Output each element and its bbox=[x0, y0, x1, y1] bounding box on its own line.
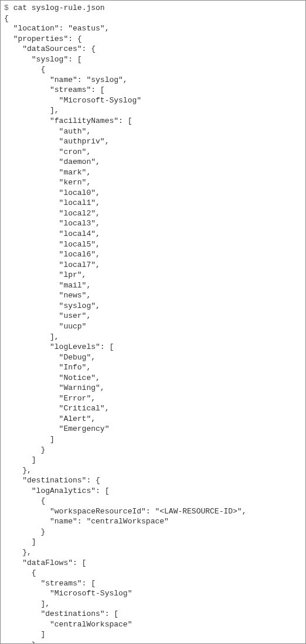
json-line: "name": "syslog", bbox=[4, 75, 302, 85]
json-line: "Alert", bbox=[4, 414, 302, 424]
json-line: "Microsoft-Syslog" bbox=[4, 588, 302, 599]
json-line: { bbox=[4, 64, 302, 75]
json-line: "Critical", bbox=[4, 403, 302, 414]
json-line: "mail", bbox=[4, 280, 302, 291]
json-line: "kern", bbox=[4, 177, 302, 188]
json-line: "streams": [ bbox=[4, 578, 302, 589]
json-line: "local7", bbox=[4, 260, 302, 270]
json-line: "Error", bbox=[4, 393, 302, 404]
json-line: "local5", bbox=[4, 239, 302, 250]
json-line: "logLevels": [ bbox=[4, 342, 302, 352]
json-line: ] bbox=[4, 434, 302, 445]
json-line: "local4", bbox=[4, 229, 302, 239]
json-line: "local3", bbox=[4, 218, 302, 229]
json-line: "user", bbox=[4, 311, 302, 321]
json-line: "lpr", bbox=[4, 270, 302, 280]
json-line: "destinations": [ bbox=[4, 609, 302, 619]
json-line: "local0", bbox=[4, 188, 302, 198]
json-line: "Info", bbox=[4, 362, 302, 373]
json-line: "workspaceResourceId": "<LAW-RESOURCE-ID… bbox=[4, 506, 302, 517]
json-line: "centralWorkspace" bbox=[4, 619, 302, 630]
json-line: "cron", bbox=[4, 147, 302, 157]
json-line: { bbox=[4, 568, 302, 578]
json-line: } bbox=[4, 640, 302, 644]
json-line: }, bbox=[4, 547, 302, 558]
json-line: { bbox=[4, 13, 302, 24]
json-line: } bbox=[4, 445, 302, 455]
json-line: } bbox=[4, 527, 302, 537]
json-line: ] bbox=[4, 537, 302, 547]
json-line: ], bbox=[4, 105, 302, 116]
command-line: $ cat syslog-rule.json bbox=[4, 3, 302, 13]
json-line: "properties": { bbox=[4, 34, 302, 44]
json-line: "Emergency" bbox=[4, 424, 302, 434]
json-line: "news", bbox=[4, 290, 302, 301]
json-line: "syslog", bbox=[4, 301, 302, 311]
json-line: { bbox=[4, 496, 302, 506]
json-line: "name": "centralWorkspace" bbox=[4, 516, 302, 527]
json-line: "daemon", bbox=[4, 157, 302, 167]
json-line: "Microsoft-Syslog" bbox=[4, 95, 302, 106]
json-line: "authpriv", bbox=[4, 136, 302, 147]
json-file-output: { "location": "eastus", "properties": { … bbox=[4, 13, 302, 644]
json-line: "Notice", bbox=[4, 373, 302, 383]
json-line: "facilityNames": [ bbox=[4, 116, 302, 126]
json-line: ], bbox=[4, 332, 302, 342]
json-line: "local6", bbox=[4, 249, 302, 260]
json-line: "uucp" bbox=[4, 321, 302, 332]
json-line: }, bbox=[4, 465, 302, 476]
terminal-output-box: $ cat syslog-rule.json { "location": "ea… bbox=[0, 0, 306, 644]
json-line: "destinations": { bbox=[4, 475, 302, 486]
json-line: "syslog": [ bbox=[4, 54, 302, 65]
json-line: "dataSources": { bbox=[4, 44, 302, 54]
json-line: "location": "eastus", bbox=[4, 23, 302, 34]
json-line: "auth", bbox=[4, 126, 302, 137]
json-line: "Warning", bbox=[4, 383, 302, 393]
json-line: ] bbox=[4, 455, 302, 465]
json-line: "Debug", bbox=[4, 352, 302, 363]
json-line: "dataFlows": [ bbox=[4, 558, 302, 568]
json-line: ] bbox=[4, 629, 302, 640]
json-line: "logAnalytics": [ bbox=[4, 486, 302, 496]
json-line: ], bbox=[4, 599, 302, 609]
shell-prompt: $ bbox=[4, 4, 9, 12]
json-line: "streams": [ bbox=[4, 85, 302, 95]
json-line: "mark", bbox=[4, 167, 302, 178]
json-line: "local1", bbox=[4, 198, 302, 208]
command-text: cat syslog-rule.json bbox=[13, 4, 105, 12]
json-line: "local2", bbox=[4, 208, 302, 219]
